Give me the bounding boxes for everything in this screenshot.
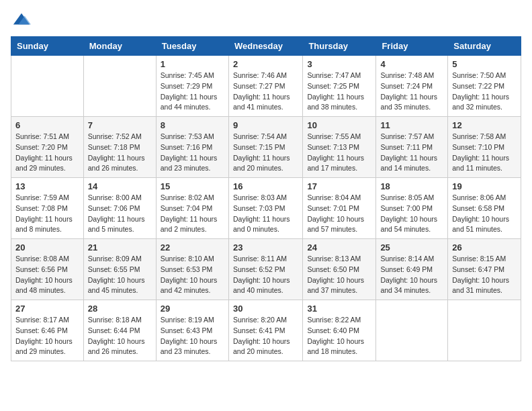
day-number: 21 <box>88 242 152 253</box>
daylight-text-2: and 32 minutes. <box>452 102 517 113</box>
sunset-text: Sunset: 6:47 PM <box>452 265 517 275</box>
daylight-text-2: and 17 minutes. <box>307 163 371 174</box>
sunrise-text: Sunrise: 8:19 AM <box>161 315 224 326</box>
weekday-header: Friday <box>376 37 448 56</box>
daylight-text-2: and 57 minutes. <box>307 224 371 235</box>
sunset-text: Sunset: 6:53 PM <box>161 265 224 275</box>
calendar-cell: 20Sunrise: 8:08 AMSunset: 6:56 PMDayligh… <box>11 239 84 300</box>
calendar-cell: 30Sunrise: 8:20 AMSunset: 6:41 PMDayligh… <box>228 300 302 361</box>
sunrise-text: Sunrise: 8:03 AM <box>233 193 298 203</box>
daylight-text: Daylight: 11 hours <box>161 214 224 225</box>
calendar-header-row: SundayMondayTuesdayWednesdayThursdayFrid… <box>11 37 521 56</box>
daylight-text-2: and 44 minutes. <box>161 102 224 113</box>
day-number: 24 <box>307 242 371 253</box>
daylight-text-2: and 31 minutes. <box>452 285 517 296</box>
daylight-text: Daylight: 10 hours <box>452 275 517 286</box>
sunset-text: Sunset: 7:13 PM <box>307 142 371 153</box>
daylight-text-2: and 48 minutes. <box>15 285 79 296</box>
daylight-text-2: and 34 minutes. <box>380 285 443 296</box>
weekday-header: Thursday <box>303 37 376 56</box>
day-info: Sunrise: 8:18 AMSunset: 6:44 PMDaylight:… <box>88 315 152 357</box>
daylight-text-2: and 18 minutes. <box>307 347 371 357</box>
sunset-text: Sunset: 7:15 PM <box>233 142 298 153</box>
daylight-text: Daylight: 10 hours <box>380 214 443 225</box>
daylight-text: Daylight: 11 hours <box>233 153 298 164</box>
calendar-cell: 22Sunrise: 8:10 AMSunset: 6:53 PMDayligh… <box>156 239 228 300</box>
calendar-table: SundayMondayTuesdayWednesdayThursdayFrid… <box>11 36 521 361</box>
daylight-text: Daylight: 11 hours <box>233 92 298 103</box>
sunrise-text: Sunrise: 8:09 AM <box>88 254 152 265</box>
day-info: Sunrise: 7:55 AMSunset: 7:13 PMDaylight:… <box>307 132 371 174</box>
sunset-text: Sunset: 6:40 PM <box>307 326 371 336</box>
sunset-text: Sunset: 6:41 PM <box>233 326 298 336</box>
daylight-text: Daylight: 10 hours <box>307 336 371 347</box>
day-number: 3 <box>307 59 371 69</box>
calendar-week-row: 1Sunrise: 7:45 AMSunset: 7:29 PMDaylight… <box>11 56 521 117</box>
daylight-text-2: and 29 minutes. <box>15 347 79 357</box>
daylight-text: Daylight: 11 hours <box>88 214 152 225</box>
sunrise-text: Sunrise: 7:52 AM <box>88 132 152 142</box>
day-number: 10 <box>307 120 371 130</box>
daylight-text-2: and 23 minutes. <box>161 163 224 174</box>
day-number: 27 <box>15 304 79 314</box>
day-number: 12 <box>452 120 517 130</box>
calendar-cell: 16Sunrise: 8:03 AMSunset: 7:03 PMDayligh… <box>228 178 302 239</box>
calendar-cell: 15Sunrise: 8:02 AMSunset: 7:04 PMDayligh… <box>156 178 228 239</box>
daylight-text: Daylight: 10 hours <box>88 275 152 286</box>
logo-icon <box>12 11 31 30</box>
day-number: 31 <box>307 304 371 314</box>
sunrise-text: Sunrise: 8:18 AM <box>88 315 152 326</box>
daylight-text: Daylight: 11 hours <box>452 153 517 164</box>
day-info: Sunrise: 8:15 AMSunset: 6:47 PMDaylight:… <box>452 254 517 296</box>
day-info: Sunrise: 8:14 AMSunset: 6:49 PMDaylight:… <box>380 254 443 296</box>
calendar-cell <box>83 56 156 117</box>
daylight-text: Daylight: 10 hours <box>233 336 298 347</box>
day-info: Sunrise: 7:48 AMSunset: 7:24 PMDaylight:… <box>380 71 443 113</box>
sunset-text: Sunset: 6:43 PM <box>161 326 224 336</box>
daylight-text-2: and 26 minutes. <box>88 163 152 174</box>
sunset-text: Sunset: 7:24 PM <box>380 81 443 92</box>
sunrise-text: Sunrise: 8:05 AM <box>380 193 443 203</box>
sunset-text: Sunset: 6:52 PM <box>233 265 298 275</box>
calendar-cell: 25Sunrise: 8:14 AMSunset: 6:49 PMDayligh… <box>376 239 448 300</box>
sunrise-text: Sunrise: 8:15 AM <box>452 254 517 265</box>
day-info: Sunrise: 7:51 AMSunset: 7:20 PMDaylight:… <box>15 132 79 174</box>
sunrise-text: Sunrise: 7:54 AM <box>233 132 298 142</box>
daylight-text: Daylight: 11 hours <box>380 92 443 103</box>
sunset-text: Sunset: 7:10 PM <box>452 142 517 153</box>
daylight-text-2: and 40 minutes. <box>233 285 298 296</box>
day-number: 22 <box>161 242 224 253</box>
calendar-cell: 12Sunrise: 7:58 AMSunset: 7:10 PMDayligh… <box>448 117 521 178</box>
calendar-cell: 2Sunrise: 7:46 AMSunset: 7:27 PMDaylight… <box>228 56 302 117</box>
calendar-cell: 6Sunrise: 7:51 AMSunset: 7:20 PMDaylight… <box>11 117 84 178</box>
day-number: 26 <box>452 242 517 253</box>
calendar-cell: 23Sunrise: 8:11 AMSunset: 6:52 PMDayligh… <box>228 239 302 300</box>
calendar-cell: 21Sunrise: 8:09 AMSunset: 6:55 PMDayligh… <box>83 239 156 300</box>
day-info: Sunrise: 8:09 AMSunset: 6:55 PMDaylight:… <box>88 254 152 296</box>
sunset-text: Sunset: 6:58 PM <box>452 203 517 214</box>
daylight-text: Daylight: 11 hours <box>161 92 224 103</box>
calendar-cell: 14Sunrise: 8:00 AMSunset: 7:06 PMDayligh… <box>83 178 156 239</box>
sunrise-text: Sunrise: 8:17 AM <box>15 315 79 326</box>
day-info: Sunrise: 7:54 AMSunset: 7:15 PMDaylight:… <box>233 132 298 174</box>
day-info: Sunrise: 8:06 AMSunset: 6:58 PMDaylight:… <box>452 193 517 235</box>
calendar-week-row: 13Sunrise: 7:59 AMSunset: 7:08 PMDayligh… <box>11 178 521 239</box>
calendar-cell: 19Sunrise: 8:06 AMSunset: 6:58 PMDayligh… <box>448 178 521 239</box>
daylight-text-2: and 20 minutes. <box>233 163 298 174</box>
calendar-week-row: 20Sunrise: 8:08 AMSunset: 6:56 PMDayligh… <box>11 239 521 300</box>
calendar-cell: 27Sunrise: 8:17 AMSunset: 6:46 PMDayligh… <box>11 300 84 361</box>
calendar-cell: 31Sunrise: 8:22 AMSunset: 6:40 PMDayligh… <box>303 300 376 361</box>
calendar-cell: 29Sunrise: 8:19 AMSunset: 6:43 PMDayligh… <box>156 300 228 361</box>
sunset-text: Sunset: 6:44 PM <box>88 326 152 336</box>
sunset-text: Sunset: 7:08 PM <box>15 203 79 214</box>
daylight-text: Daylight: 10 hours <box>15 336 79 347</box>
day-info: Sunrise: 8:04 AMSunset: 7:01 PMDaylight:… <box>307 193 371 235</box>
daylight-text-2: and 29 minutes. <box>15 163 79 174</box>
day-number: 18 <box>380 181 443 191</box>
calendar-cell: 3Sunrise: 7:47 AMSunset: 7:25 PMDaylight… <box>303 56 376 117</box>
day-number: 30 <box>233 304 298 314</box>
calendar-cell: 17Sunrise: 8:04 AMSunset: 7:01 PMDayligh… <box>303 178 376 239</box>
calendar-week-row: 27Sunrise: 8:17 AMSunset: 6:46 PMDayligh… <box>11 300 521 361</box>
day-info: Sunrise: 8:20 AMSunset: 6:41 PMDaylight:… <box>233 315 298 357</box>
weekday-header: Sunday <box>11 37 84 56</box>
